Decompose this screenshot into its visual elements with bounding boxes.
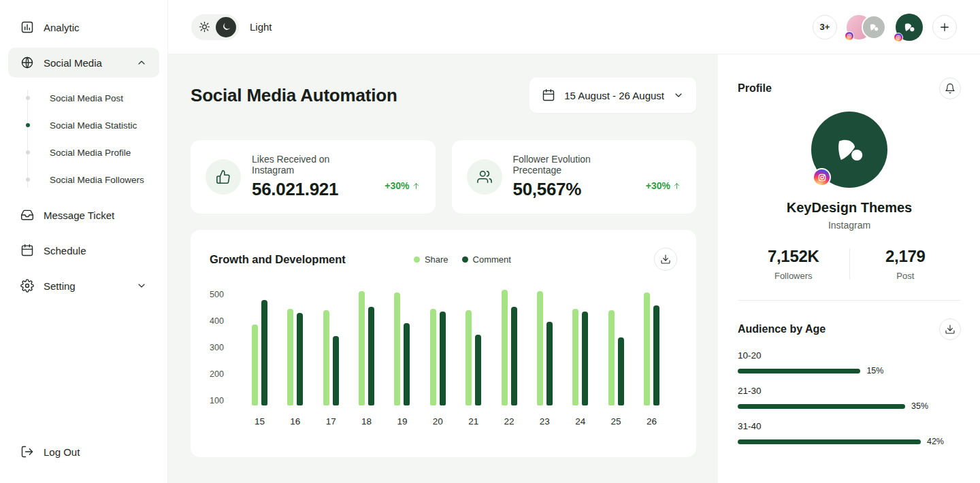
- profile-heading: Profile: [738, 82, 772, 95]
- posts-value: 2,179: [850, 247, 962, 266]
- bar-group: 15: [252, 290, 267, 427]
- sidebar-item-social-media-followers[interactable]: Social Media Followers: [8, 166, 159, 193]
- bar-group: 19: [394, 290, 410, 427]
- globe-icon: [20, 56, 34, 69]
- inbox-icon: [20, 208, 34, 222]
- bar-comment: [511, 307, 517, 405]
- dark-mode-button[interactable]: [216, 17, 236, 37]
- audience-percent: 15%: [866, 366, 883, 376]
- topbar: Light 3+: [168, 0, 980, 54]
- gear-icon: [20, 279, 34, 293]
- bar-comment: [333, 336, 339, 405]
- bar-group: 26: [644, 290, 659, 427]
- account-avatar-stack[interactable]: [847, 15, 886, 39]
- x-tick: 21: [468, 416, 478, 427]
- y-tick: 500: [210, 290, 241, 299]
- main-content: Social Media Automation 15 August - 26 A…: [168, 54, 718, 483]
- download-icon: [660, 254, 671, 265]
- account-avatar[interactable]: [862, 15, 886, 39]
- chart-groups: 151617181920212223242526: [241, 290, 677, 427]
- sun-icon: [199, 21, 210, 33]
- date-range-picker[interactable]: 15 August - 26 August: [529, 78, 696, 113]
- bar-group: 24: [572, 290, 588, 427]
- download-audience-button[interactable]: [939, 318, 961, 340]
- x-tick: 26: [647, 416, 657, 427]
- y-tick: 400: [210, 316, 241, 326]
- y-tick: 200: [210, 369, 241, 379]
- x-tick: 18: [361, 416, 372, 427]
- bar-comment: [440, 312, 446, 405]
- y-tick: 100: [210, 396, 241, 405]
- bullet-dot-active: [26, 123, 30, 127]
- keydesign-logo-icon: [901, 19, 917, 35]
- profile-stats: 7,152K Followers 2,179 Post: [738, 247, 961, 281]
- bar-group: 18: [359, 290, 374, 427]
- chevron-down-icon: [673, 90, 684, 101]
- stat-card-likes: Likes Received on Instagram 56.021.921 +…: [191, 140, 436, 214]
- bar-comment: [404, 323, 410, 405]
- chart-title: Growth and Development: [210, 253, 346, 266]
- stat-value: 56.021.921: [252, 179, 374, 200]
- calendar-icon: [542, 88, 555, 102]
- growth-chart-card: Growth and Development Share Comment: [191, 230, 696, 457]
- stat-delta: +30%: [646, 180, 681, 191]
- bar-comment: [261, 300, 267, 405]
- sidebar-subitem-label: Social Media Followers: [50, 175, 144, 185]
- logout-button[interactable]: Log Out: [8, 437, 159, 467]
- bar-group: 16: [287, 290, 303, 427]
- x-tick: 17: [326, 416, 336, 427]
- x-tick: 20: [433, 416, 443, 427]
- sidebar-subitem-label: Social Media Profile: [50, 148, 131, 158]
- sidebar-item-social-media[interactable]: Social Media: [8, 48, 159, 78]
- bar-comment: [297, 313, 303, 405]
- users-icon: [467, 159, 502, 195]
- profile-name: KeyDesign Themes: [738, 200, 961, 216]
- download-chart-button[interactable]: [654, 248, 677, 271]
- active-account-avatar[interactable]: [896, 14, 923, 41]
- light-mode-button[interactable]: [194, 17, 214, 37]
- download-icon: [945, 324, 956, 335]
- y-tick: 300: [210, 343, 241, 352]
- notifications-button[interactable]: [939, 78, 961, 99]
- bar-share: [323, 310, 329, 405]
- sidebar-item-social-media-profile[interactable]: Social Media Profile: [8, 139, 159, 166]
- bar-group: 25: [608, 290, 624, 427]
- divider: [738, 300, 961, 301]
- chevron-down-icon: [136, 280, 147, 291]
- sidebar-item-message-ticket[interactable]: Message Ticket: [8, 200, 159, 230]
- audience-bar: [738, 404, 905, 409]
- page-title: Social Media Automation: [191, 85, 397, 106]
- sidebar-item-label: Schedule: [44, 245, 86, 256]
- followers-label: Followers: [738, 271, 849, 281]
- posts-label: Post: [850, 271, 962, 281]
- keydesign-logo-icon: [867, 20, 881, 34]
- audience-age-label: 21-30: [738, 386, 961, 396]
- sidebar-item-schedule[interactable]: Schedule: [8, 235, 159, 265]
- date-range-label: 15 August - 26 August: [564, 90, 664, 101]
- sidebar-item-analytic[interactable]: Analytic: [8, 12, 159, 42]
- bar-share: [572, 309, 578, 405]
- chevron-up-icon: [136, 57, 147, 68]
- audience-bar: [738, 369, 860, 373]
- moon-icon: [221, 22, 231, 32]
- profile-avatar: [811, 112, 887, 188]
- sidebar-item-setting[interactable]: Setting: [8, 271, 159, 301]
- bar-share: [394, 293, 400, 405]
- bar-group: 21: [466, 290, 481, 427]
- bar-group: 22: [502, 290, 517, 427]
- stat-label: Likes Received on Instagram: [252, 154, 374, 176]
- keydesign-logo-icon: [828, 129, 870, 171]
- analytics-icon: [20, 20, 34, 34]
- x-tick: 25: [611, 416, 621, 427]
- sidebar-item-label: Setting: [44, 280, 76, 292]
- sidebar-item-social-media-post[interactable]: Social Media Post: [8, 84, 159, 112]
- calendar-icon: [20, 244, 34, 257]
- trend-up-icon: [412, 182, 421, 190]
- followers-stat: 7,152K Followers: [738, 247, 849, 281]
- more-accounts-badge[interactable]: 3+: [813, 15, 837, 39]
- sidebar-item-social-media-statistic[interactable]: Social Media Statistic: [8, 112, 159, 139]
- sidebar-item-label: Social Media: [44, 57, 102, 69]
- instagram-badge-icon: [813, 168, 831, 186]
- theme-toggle[interactable]: [191, 14, 239, 40]
- add-account-button[interactable]: [932, 15, 957, 39]
